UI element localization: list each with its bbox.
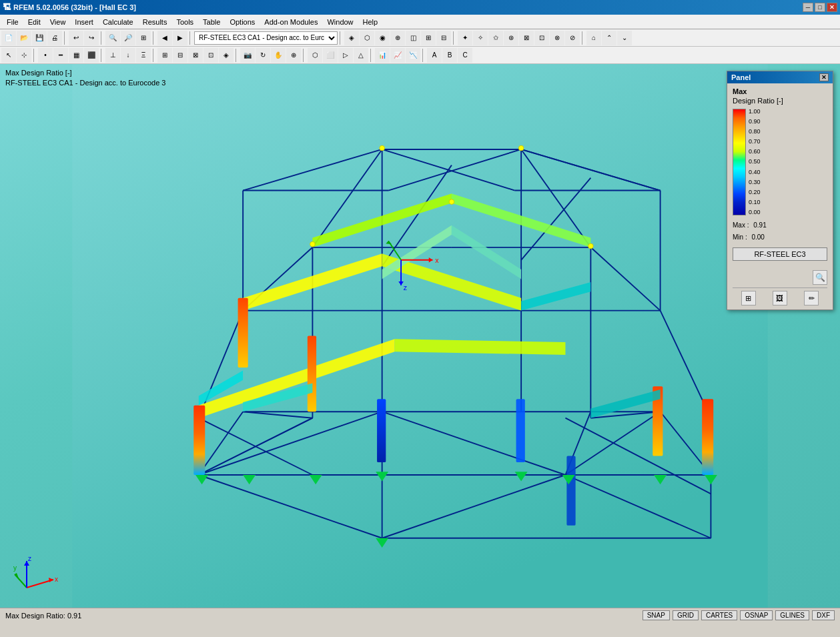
tb2-rotate[interactable]: ↻ bbox=[256, 48, 270, 63]
panel-image-icon-button[interactable]: 🖼 bbox=[773, 291, 787, 305]
dxf-button[interactable]: DXF bbox=[812, 610, 835, 620]
tb2-display3[interactable]: ⊠ bbox=[188, 48, 203, 63]
tb-print[interactable]: 🖨 bbox=[47, 31, 62, 45]
tb-more6[interactable]: ⊡ bbox=[534, 31, 549, 45]
tb2-surface[interactable]: ▦ bbox=[69, 48, 83, 63]
results-dropdown[interactable]: RF-STEEL EC3 CA1 - Design acc. to Eurc bbox=[194, 31, 338, 45]
svg-rect-65 bbox=[308, 336, 316, 412]
tb2-front[interactable]: ⬜ bbox=[323, 48, 338, 63]
tb-redo[interactable]: ↪ bbox=[84, 31, 99, 45]
tb2-node[interactable]: • bbox=[38, 48, 53, 63]
titlebar-controls[interactable]: ─ □ ✕ bbox=[803, 3, 837, 12]
app-icon: 🏗 bbox=[3, 3, 11, 12]
panel-min-stat-value: 0.00 bbox=[751, 233, 764, 241]
tb2-display2[interactable]: ⊟ bbox=[173, 48, 187, 63]
tb2-side[interactable]: ▷ bbox=[338, 48, 353, 63]
tb2-camera[interactable]: 📷 bbox=[240, 48, 255, 63]
menu-calculate[interactable]: Calculate bbox=[99, 17, 137, 27]
tb-view3[interactable]: ◉ bbox=[375, 31, 390, 45]
tb2-label1[interactable]: A bbox=[427, 48, 442, 63]
tb2-combo[interactable]: Ξ bbox=[136, 48, 151, 63]
tb-view4[interactable]: ⊕ bbox=[390, 31, 405, 45]
tb-more3[interactable]: ✩ bbox=[488, 31, 503, 45]
tb-view6[interactable]: ⊞ bbox=[421, 31, 436, 45]
menu-table[interactable]: Table bbox=[199, 17, 224, 27]
tb2-results2[interactable]: 📈 bbox=[390, 48, 405, 63]
cartes-button[interactable]: CARTES bbox=[701, 610, 737, 620]
tb2-label2[interactable]: B bbox=[442, 48, 457, 63]
svg-text:z: z bbox=[28, 555, 31, 562]
panel-close-button[interactable]: ✕ bbox=[819, 73, 829, 81]
tb-undo[interactable]: ↩ bbox=[69, 31, 83, 45]
viewport[interactable]: x z Max Design Ratio [-] RF-STEEL EC3 CA… bbox=[0, 64, 840, 608]
tb-open[interactable]: 📂 bbox=[17, 31, 31, 45]
tb2-beam[interactable]: ━ bbox=[53, 48, 68, 63]
glines-button[interactable]: GLINES bbox=[775, 610, 809, 620]
close-button[interactable]: ✕ bbox=[827, 3, 837, 12]
menu-addon[interactable]: Add-on Modules bbox=[260, 17, 322, 27]
panel-min-stat: Min : 0.00 bbox=[733, 231, 827, 243]
svg-point-95 bbox=[380, 145, 385, 151]
tb-more2[interactable]: ✧ bbox=[473, 31, 488, 45]
tb2-label3[interactable]: C bbox=[458, 48, 472, 63]
toolbar-2: ↖ ⊹ • ━ ▦ ⬛ ⊥ ↓ Ξ ⊞ ⊟ ⊠ ⊡ ◈ 📷 ↻ ✋ ⊕ ⬡ ⬜ … bbox=[0, 47, 840, 64]
menu-window[interactable]: Window bbox=[323, 17, 357, 27]
panel-grid-icon-button[interactable]: ⊞ bbox=[741, 291, 756, 305]
titlebar: 🏗 RFEM 5.02.0056 (32bit) - [Hall EC 3] ─… bbox=[0, 0, 840, 15]
tb-save[interactable]: 💾 bbox=[32, 31, 47, 45]
tb-extra2[interactable]: ⌃ bbox=[602, 31, 616, 45]
tb-zoom-all[interactable]: ⊞ bbox=[136, 31, 151, 45]
tb2-zoom[interactable]: ⊕ bbox=[286, 48, 301, 63]
tb2-isometric[interactable]: ⬡ bbox=[308, 48, 322, 63]
menu-tools[interactable]: Tools bbox=[172, 17, 197, 27]
tb2-pan[interactable]: ✋ bbox=[271, 48, 286, 63]
tb2-load[interactable]: ↓ bbox=[121, 48, 135, 63]
tb2-select[interactable]: ↖ bbox=[1, 48, 16, 63]
svg-marker-98 bbox=[49, 578, 53, 582]
menu-insert[interactable]: Insert bbox=[71, 17, 97, 27]
svg-point-96 bbox=[518, 145, 524, 151]
tb-extra1[interactable]: ⌂ bbox=[586, 31, 601, 45]
tb-view1[interactable]: ◈ bbox=[344, 31, 359, 45]
menu-help[interactable]: Help bbox=[359, 17, 382, 27]
panel-title-label: Panel bbox=[731, 73, 751, 81]
osnap-button[interactable]: OSNAP bbox=[740, 610, 773, 620]
menu-results[interactable]: Results bbox=[139, 17, 171, 27]
panel-edit-icon-button[interactable]: ✏ bbox=[804, 291, 819, 305]
tb-extra3[interactable]: ⌄ bbox=[617, 31, 632, 45]
tb-more5[interactable]: ⊠ bbox=[519, 31, 534, 45]
tb-prev[interactable]: ◀ bbox=[157, 31, 172, 45]
legend-label-040: 0.40 bbox=[749, 169, 761, 175]
rf-steel-ec3-button[interactable]: RF-STEEL EC3 bbox=[733, 247, 827, 261]
minimize-button[interactable]: ─ bbox=[803, 3, 813, 12]
structure-svg: x z bbox=[0, 64, 840, 608]
tb-view5[interactable]: ◫ bbox=[406, 31, 420, 45]
tb2-display1[interactable]: ⊞ bbox=[157, 48, 172, 63]
restore-button[interactable]: □ bbox=[815, 3, 825, 12]
tb-more7[interactable]: ⊗ bbox=[550, 31, 564, 45]
menu-file[interactable]: File bbox=[3, 17, 23, 27]
tb-next[interactable]: ▶ bbox=[173, 31, 187, 45]
panel-search-button[interactable]: 🔍 bbox=[813, 270, 827, 285]
tb2-results3[interactable]: 📉 bbox=[406, 48, 420, 63]
tb2-top[interactable]: △ bbox=[354, 48, 368, 63]
tb-more4[interactable]: ⊛ bbox=[504, 31, 518, 45]
menu-options[interactable]: Options bbox=[226, 17, 259, 27]
tb-zoom-in[interactable]: 🔍 bbox=[105, 31, 120, 45]
tb2-pointer[interactable]: ⊹ bbox=[17, 48, 31, 63]
tb2-display4[interactable]: ⊡ bbox=[203, 48, 218, 63]
grid-button[interactable]: GRID bbox=[673, 610, 699, 620]
snap-button[interactable]: SNAP bbox=[643, 610, 670, 620]
tb-zoom-out[interactable]: 🔎 bbox=[121, 31, 135, 45]
tb-more8[interactable]: ⊘ bbox=[565, 31, 580, 45]
tb2-results1[interactable]: 📊 bbox=[375, 48, 390, 63]
tb2-render[interactable]: ◈ bbox=[219, 48, 234, 63]
tb-view2[interactable]: ⬡ bbox=[360, 31, 374, 45]
tb2-solid[interactable]: ⬛ bbox=[84, 48, 99, 63]
menu-edit[interactable]: Edit bbox=[24, 17, 45, 27]
tb2-support[interactable]: ⊥ bbox=[105, 48, 120, 63]
tb-more1[interactable]: ✦ bbox=[458, 31, 472, 45]
tb-view7[interactable]: ⊟ bbox=[436, 31, 451, 45]
tb-new[interactable]: 📄 bbox=[1, 31, 16, 45]
menu-view[interactable]: View bbox=[46, 17, 70, 27]
